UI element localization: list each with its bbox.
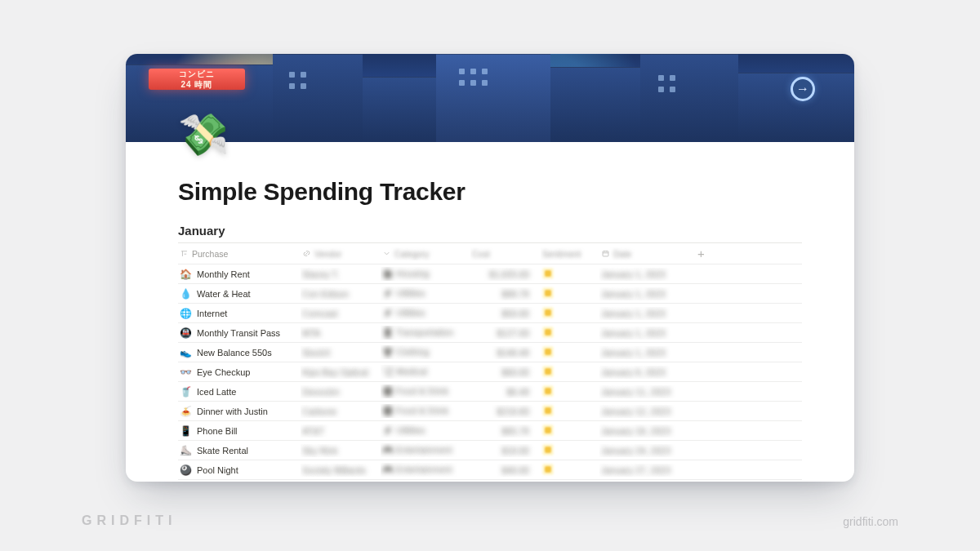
cell-category[interactable]: 🏠 Housing	[381, 267, 470, 281]
cell-category[interactable]: 🍔 Food & Drink	[381, 404, 470, 418]
cell-date[interactable]: January 11, 2023	[599, 385, 696, 398]
cell-vendor[interactable]: Carbone	[301, 405, 381, 418]
table-row[interactable]: 💧Water & HeatCon Edison⚡ Utilities$88.78…	[178, 284, 802, 304]
row-emoji-icon: 🥤	[180, 387, 192, 397]
cell-date[interactable]: January 24, 2023	[599, 444, 696, 457]
cell-date[interactable]: January 1, 2023	[599, 268, 696, 281]
column-header-date[interactable]: Date	[599, 247, 696, 260]
column-header-cost[interactable]: Cost	[470, 247, 541, 260]
cell-cost[interactable]: $1,925.00	[470, 268, 541, 281]
cell-vendor[interactable]: Society Billiards	[301, 464, 381, 477]
cell-vendor[interactable]: Sky Rink	[301, 444, 381, 457]
cell-date[interactable]: January 1, 2023	[599, 346, 696, 359]
table-row[interactable]: 📱Phone BillAT&T⚡ Utilities$65.78January …	[178, 421, 802, 441]
table-row[interactable]: 🚇Monthly Transit PassMTA🚆 Transportation…	[178, 323, 802, 343]
cell-category[interactable]: ⚡ Utilities	[381, 287, 470, 300]
cell-vendor[interactable]: StockX	[301, 346, 381, 359]
cell-category[interactable]: 🎮 Entertainment	[381, 443, 470, 457]
cell-sentiment[interactable]	[541, 403, 599, 420]
cell-cost[interactable]: $148.48	[470, 346, 541, 359]
cell-category[interactable]: 🍔 Food & Drink	[381, 384, 470, 398]
cell-purchase[interactable]: 🎱Pool Night	[178, 464, 301, 477]
column-header-vendor[interactable]: Vendor	[301, 247, 381, 260]
spending-table: Purchase Vendor Category Cost	[178, 242, 802, 482]
cell-category[interactable]: 👕 Clothing	[381, 345, 470, 359]
cell-sentiment[interactable]	[541, 462, 599, 478]
sentiment-icon	[542, 327, 554, 338]
cell-vendor[interactable]: Kips Bay Optical	[301, 366, 381, 379]
cover-sign-line1: コンビニ	[149, 69, 245, 79]
table-row[interactable]: 🌐InternetComcast⚡ Utilities$50.00January…	[178, 304, 802, 323]
purchase-name: Internet	[197, 309, 227, 318]
cell-vendor[interactable]: Devoción	[301, 385, 381, 398]
cell-sentiment[interactable]	[541, 325, 599, 341]
cell-cost[interactable]: $127.00	[470, 327, 541, 340]
cell-sentiment[interactable]	[541, 442, 599, 459]
cell-sentiment[interactable]	[541, 266, 599, 282]
cell-vendor[interactable]: Con Edison	[301, 287, 381, 300]
column-header-sentiment[interactable]: Sentiment	[541, 247, 599, 260]
table-row[interactable]: 👟New Balance 550sStockX👕 Clothing$148.48…	[178, 343, 802, 362]
column-header-purchase[interactable]: Purchase	[178, 247, 301, 260]
row-emoji-icon: 🚇	[180, 328, 192, 338]
cell-date[interactable]: January 8, 2023	[599, 366, 696, 379]
add-column-button[interactable]: +	[696, 246, 714, 261]
cell-sentiment[interactable]	[541, 423, 599, 439]
cell-cost[interactable]: $18.00	[470, 444, 541, 457]
cell-cost[interactable]: $65.78	[470, 424, 541, 438]
column-header-category[interactable]: Category	[381, 247, 470, 260]
cell-cost[interactable]: $50.00	[470, 307, 541, 320]
table-row[interactable]: 👓Eye CheckupKips Bay Optical🩺 Medical$60…	[178, 362, 802, 382]
cell-date[interactable]: January 1, 2023	[599, 307, 696, 320]
cell-purchase[interactable]: 🥤Iced Latte	[178, 385, 301, 398]
cell-sentiment[interactable]	[541, 344, 599, 361]
cell-vendor[interactable]: MTA	[301, 327, 381, 340]
cell-category[interactable]: ⚡ Utilities	[381, 424, 470, 438]
page-title[interactable]: Simple Spending Tracker	[178, 142, 802, 206]
cell-vendor[interactable]: AT&T	[301, 424, 381, 438]
row-emoji-icon: 👓	[180, 367, 192, 377]
new-row-button[interactable]: + New	[178, 480, 802, 482]
purchase-name: Eye Checkup	[197, 367, 250, 377]
cell-purchase[interactable]: 🍝Dinner with Justin	[178, 405, 301, 418]
cell-purchase[interactable]: 📱Phone Bill	[178, 424, 301, 438]
cell-purchase[interactable]: 🏠Monthly Rent	[178, 268, 301, 281]
cell-cost[interactable]: $6.48	[470, 385, 541, 398]
cell-category[interactable]: 🎮 Entertainment	[381, 463, 470, 477]
cell-cost[interactable]: $218.80	[470, 405, 541, 418]
cell-date[interactable]: January 1, 2023	[599, 287, 696, 300]
page-icon-money-wings[interactable]: 💸	[178, 114, 229, 165]
cell-cost[interactable]: $40.00	[470, 464, 541, 477]
cell-cost[interactable]: $60.00	[470, 366, 541, 379]
cell-purchase[interactable]: 👟New Balance 550s	[178, 346, 301, 359]
table-row[interactable]: 🏠Monthly RentStacey T.🏠 Housing$1,925.00…	[178, 264, 802, 284]
table-row[interactable]: 🎱Pool NightSociety Billiards🎮 Entertainm…	[178, 460, 802, 480]
cell-category[interactable]: ⚡ Utilities	[381, 306, 470, 320]
table-row[interactable]: 🥤Iced LatteDevoción🍔 Food & Drink$6.48Ja…	[178, 382, 802, 402]
cell-purchase[interactable]: ⛸️Skate Rental	[178, 444, 301, 457]
cell-date[interactable]: January 12, 2023	[599, 405, 696, 418]
cell-date[interactable]: January 27, 2023	[599, 464, 696, 477]
cover-image: コンビニ 24 時間	[126, 54, 854, 142]
cell-purchase[interactable]: 🌐Internet	[178, 307, 301, 320]
cell-category[interactable]: 🩺 Medical	[381, 365, 470, 379]
cell-vendor[interactable]: Comcast	[301, 307, 381, 320]
cover-road-sign	[791, 77, 815, 101]
cell-purchase[interactable]: 👓Eye Checkup	[178, 366, 301, 379]
cell-date[interactable]: January 1, 2023	[599, 327, 696, 340]
table-row[interactable]: ⛸️Skate RentalSky Rink🎮 Entertainment$18…	[178, 441, 802, 460]
cell-sentiment[interactable]	[541, 286, 599, 302]
table-row[interactable]: 🍝Dinner with JustinCarbone🍔 Food & Drink…	[178, 402, 802, 421]
cell-purchase[interactable]: 🚇Monthly Transit Pass	[178, 327, 301, 340]
cell-date[interactable]: January 18, 2023	[599, 424, 696, 438]
cell-category[interactable]: 🚆 Transportation	[381, 326, 470, 340]
cell-vendor[interactable]: Stacey T.	[301, 268, 381, 281]
cell-cost[interactable]: $88.78	[470, 287, 541, 300]
purchase-name: Water & Heat	[197, 289, 251, 299]
notion-page-card: コンビニ 24 時間 💸 Simple Spending Tracker Jan…	[126, 54, 854, 482]
row-emoji-icon: 🍝	[180, 407, 192, 416]
cell-purchase[interactable]: 💧Water & Heat	[178, 287, 301, 300]
cell-sentiment[interactable]	[541, 384, 599, 400]
cell-sentiment[interactable]	[541, 364, 599, 380]
cell-sentiment[interactable]	[541, 305, 599, 322]
